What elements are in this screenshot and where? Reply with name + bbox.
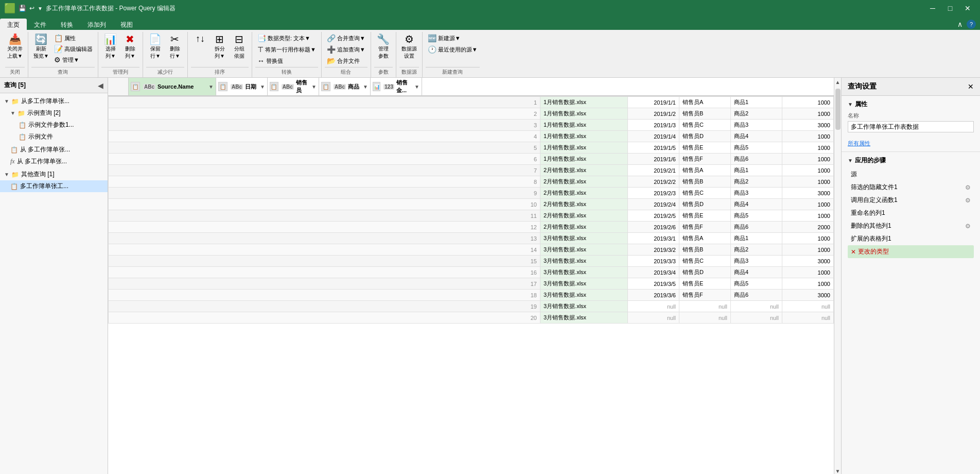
table-cell[interactable]: 销售员E [679, 278, 731, 290]
table-cell[interactable]: 2019/1/2 [628, 108, 679, 120]
table-cell[interactable]: null [679, 312, 731, 324]
table-cell[interactable]: 销售员E [679, 210, 731, 222]
append-queries-button[interactable]: ➕ 追加查询▼ [325, 44, 367, 55]
table-cell[interactable]: 1月销售数据.xlsx [540, 142, 628, 154]
new-source-button[interactable]: 🆕 新建源▼ [426, 33, 463, 43]
table-cell[interactable]: 2月销售数据.xlsx [540, 222, 628, 233]
table-cell[interactable]: 商品3 [731, 256, 782, 267]
table-cell[interactable]: 2019/3/3 [628, 256, 679, 267]
table-cell[interactable]: 2019/3/6 [628, 290, 679, 301]
table-cell[interactable]: 1000 [782, 165, 834, 176]
table-cell[interactable]: 2019/3/1 [628, 233, 679, 244]
remove-rows-button[interactable]: ✂ 删除行▼ [166, 33, 184, 61]
table-cell[interactable]: 商品3 [731, 188, 782, 199]
table-cell[interactable]: 商品6 [731, 222, 782, 233]
properties-chevron[interactable]: ▼ [848, 101, 853, 107]
table-cell[interactable]: null [628, 301, 679, 312]
table-cell[interactable]: 2月销售数据.xlsx [540, 165, 628, 176]
table-cell[interactable]: 2月销售数据.xlsx [540, 210, 628, 222]
table-cell[interactable]: 3000 [782, 120, 834, 131]
table-row[interactable]: 143月销售数据.xlsx2019/3/2销售员B商品21000 [109, 244, 834, 256]
table-cell[interactable]: 销售员B [679, 176, 731, 188]
table-cell[interactable]: 1000 [782, 97, 834, 108]
table-cell[interactable]: 1000 [782, 233, 834, 244]
advanced-editor-button[interactable]: 📝 高级编辑器 [52, 44, 95, 54]
group-by-button[interactable]: ⊟ 分组依据 [230, 33, 249, 61]
refresh-preview-button[interactable]: 🔄 刷新预览▼ [31, 33, 51, 61]
maximize-button[interactable]: □ [942, 2, 958, 14]
table-cell[interactable]: 销售员A [679, 165, 731, 176]
table-row[interactable]: 193月销售数据.xlsxnullnullnullnull [109, 301, 834, 312]
table-cell[interactable]: 1000 [782, 108, 834, 120]
properties-button[interactable]: 📋 属性 [52, 33, 95, 43]
table-cell[interactable]: 销售员D [679, 131, 731, 142]
step-item[interactable]: 删除的其他列1⚙ [848, 219, 974, 232]
table-cell[interactable]: 2019/2/1 [628, 165, 679, 176]
table-cell[interactable]: 1000 [782, 244, 834, 256]
table-cell[interactable]: 2019/1/5 [628, 142, 679, 154]
step-error-icon[interactable]: ✕ [851, 248, 856, 256]
tab-view[interactable]: 视图 [113, 19, 140, 30]
step-settings-icon[interactable]: ⚙ [965, 184, 971, 191]
table-cell[interactable]: 1000 [782, 267, 834, 278]
table-cell[interactable]: 1月销售数据.xlsx [540, 154, 628, 165]
table-cell[interactable]: null [628, 312, 679, 324]
tree-group-header-2[interactable]: ▼ 📁 其他查询 [1] [0, 168, 108, 180]
col-header-source[interactable]: 📋 ABc Source.Name ▼ [129, 78, 216, 95]
col-type-icon-sales[interactable]: 📋 [270, 82, 278, 91]
minimize-button[interactable]: ─ [924, 2, 941, 14]
table-row[interactable]: 41月销售数据.xlsx2019/1/4销售员D商品41000 [109, 131, 834, 142]
close-button[interactable]: ✕ [959, 2, 976, 14]
sort-asc-button[interactable]: ↑↓ [191, 33, 209, 44]
tab-transform[interactable]: 转换 [54, 19, 80, 30]
table-cell[interactable]: 2月销售数据.xlsx [540, 188, 628, 199]
table-cell[interactable]: 3000 [782, 188, 834, 199]
table-cell[interactable]: null [782, 312, 834, 324]
table-cell[interactable]: 销售员C [679, 120, 731, 131]
table-cell[interactable]: 商品4 [731, 199, 782, 210]
table-cell[interactable]: 2月销售数据.xlsx [540, 199, 628, 210]
table-cell[interactable]: 销售员A [679, 97, 731, 108]
table-cell[interactable]: 商品6 [731, 154, 782, 165]
table-cell[interactable]: 销售员C [679, 256, 731, 267]
table-cell[interactable]: 3月销售数据.xlsx [540, 290, 628, 301]
table-cell[interactable]: 商品1 [731, 165, 782, 176]
table-row[interactable]: 163月销售数据.xlsx2019/3/4销售员D商品41000 [109, 267, 834, 278]
datasource-settings-button[interactable]: ⚙ 数据源设置 [399, 33, 419, 61]
tree-group-header-1[interactable]: ▼ 📁 从多工作簿单张... [0, 95, 108, 107]
table-cell[interactable]: 2000 [782, 222, 834, 233]
recent-sources-button[interactable]: 🕐 最近使用的源▼ [426, 44, 480, 55]
table-cell[interactable]: 商品3 [731, 120, 782, 131]
tree-item-sample-file[interactable]: 📋 示例文件 [0, 131, 108, 143]
table-cell[interactable]: 商品4 [731, 131, 782, 142]
data-table-wrapper[interactable]: 11月销售数据.xlsx2019/1/1销售员A商品1100021月销售数据.x… [108, 96, 834, 474]
table-cell[interactable]: 2019/1/4 [628, 131, 679, 142]
table-row[interactable]: 203月销售数据.xlsxnullnullnullnull [109, 312, 834, 324]
table-cell[interactable]: 3月销售数据.xlsx [540, 278, 628, 290]
table-row[interactable]: 72月销售数据.xlsx2019/2/1销售员A商品11000 [109, 165, 834, 176]
col-type-icon-product[interactable]: 📋 [321, 82, 330, 91]
col-header-product[interactable]: 📋 ABc 商品 ▼ [319, 78, 371, 95]
table-cell[interactable]: 2019/2/2 [628, 176, 679, 188]
col-filter-amount[interactable]: ▼ [414, 84, 419, 90]
table-row[interactable]: 173月销售数据.xlsx2019/3/5销售员E商品51000 [109, 278, 834, 290]
col-header-amount[interactable]: 📊 123 销售金... ▼ [371, 78, 422, 95]
table-row[interactable]: 61月销售数据.xlsx2019/1/6销售员F商品61000 [109, 154, 834, 165]
step-item[interactable]: 扩展的表格列1 [848, 232, 974, 245]
table-row[interactable]: 112月销售数据.xlsx2019/2/5销售员E商品51000 [109, 210, 834, 222]
table-cell[interactable]: null [731, 312, 782, 324]
settings-pane-close[interactable]: ✕ [968, 82, 974, 91]
col-filter-source[interactable]: ▼ [208, 84, 214, 90]
manage-button[interactable]: ⚙ 管理▼ [52, 55, 95, 65]
table-row[interactable]: 11月销售数据.xlsx2019/1/1销售员A商品11000 [109, 97, 834, 108]
keep-rows-button[interactable]: 📄 保留行▼ [146, 33, 165, 61]
tab-add-column[interactable]: 添加列 [80, 19, 113, 30]
table-cell[interactable]: 商品5 [731, 278, 782, 290]
table-row[interactable]: 31月销售数据.xlsx2019/1/3销售员C商品33000 [109, 120, 834, 131]
vertical-scrollbar[interactable]: ▲ ▼ [834, 78, 841, 474]
col-filter-date[interactable]: ▼ [260, 84, 265, 90]
quick-access-undo[interactable]: ↩ [29, 5, 34, 12]
table-cell[interactable]: 3月销售数据.xlsx [540, 244, 628, 256]
table-row[interactable]: 183月销售数据.xlsx2019/3/6销售员F商品63000 [109, 290, 834, 301]
step-settings-icon[interactable]: ⚙ [965, 197, 971, 204]
